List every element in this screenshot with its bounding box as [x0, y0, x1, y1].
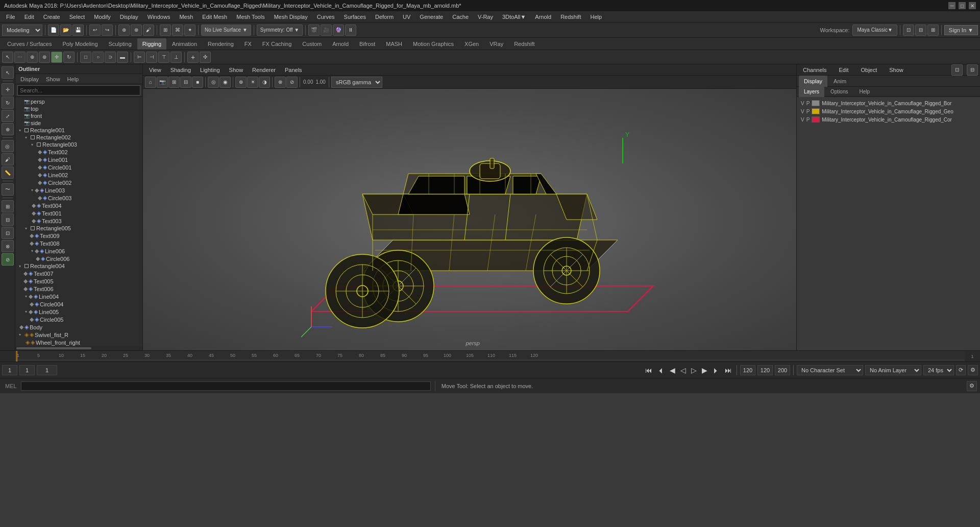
tab-rigging[interactable]: Rigging: [137, 38, 166, 50]
list-item[interactable]: ◆ ◈ Circle006: [15, 255, 142, 262]
lasso-btn[interactable]: ⊗: [131, 25, 142, 36]
soft-select-tool[interactable]: ⊛: [39, 52, 50, 63]
outliner-show-menu[interactable]: Show: [43, 76, 63, 83]
end-frame3-field[interactable]: 200: [775, 365, 790, 375]
tab-poly-modeling[interactable]: Poly Modeling: [57, 38, 103, 50]
undo-btn[interactable]: ↩: [89, 25, 101, 36]
layer-color-swatch[interactable]: [812, 108, 820, 114]
layer-p[interactable]: P: [806, 117, 810, 123]
end-frame2-field[interactable]: 120: [757, 365, 773, 375]
list-item[interactable]: ▾ Rectangle002: [15, 134, 142, 141]
weight-tool[interactable]: ⊥: [170, 52, 182, 63]
custom-btn[interactable]: ✣: [200, 52, 211, 63]
menu-cache[interactable]: Cache: [448, 13, 473, 21]
node-editor-btn[interactable]: ⊗: [2, 240, 14, 252]
tab-options[interactable]: Options: [825, 86, 853, 98]
list-item[interactable]: ◆ ◈ Circle002: [15, 179, 142, 186]
rotate-palette-btn[interactable]: ↻: [2, 97, 14, 109]
tab-help[interactable]: Help: [854, 86, 875, 98]
transport-back-btn[interactable]: ◀: [668, 366, 677, 374]
vp-texture-btn[interactable]: ⊕: [235, 77, 247, 88]
menu-generate[interactable]: Generate: [415, 13, 447, 21]
fps-dropdown[interactable]: 24 fps: [923, 365, 954, 375]
tab-bifrost[interactable]: Bifrost: [354, 38, 380, 50]
poly-cube[interactable]: □: [80, 52, 91, 63]
transport-play-back-btn[interactable]: ◁: [679, 366, 688, 374]
move-tool[interactable]: ✛: [51, 52, 62, 63]
list-item[interactable]: ◆ ◈ Line002: [15, 171, 142, 179]
menu-edit[interactable]: Edit: [20, 13, 38, 21]
render-view-btn[interactable]: ⊟: [2, 213, 14, 226]
mode-dropdown[interactable]: Modeling Rigging Animation: [2, 25, 42, 36]
rp-float-btn[interactable]: ⊡: [951, 64, 963, 76]
tab-rendering[interactable]: Rendering: [203, 38, 239, 50]
frame-indicator-field[interactable]: 1: [37, 365, 57, 375]
list-item[interactable]: ◆ ◈ Circle001: [15, 163, 142, 171]
select-tool[interactable]: ↖: [2, 52, 13, 63]
menu-select[interactable]: Select: [65, 13, 89, 21]
plus-btn[interactable]: +: [187, 52, 199, 63]
transport-play-btn[interactable]: ▷: [690, 366, 698, 374]
outliner-scrollbar-h[interactable]: [15, 346, 142, 350]
menu-create[interactable]: Create: [39, 13, 64, 21]
start-frame-field[interactable]: 1: [2, 365, 17, 375]
symmetry-btn[interactable]: Symmetry: Off ▼: [257, 25, 303, 36]
viewport-renderer-menu[interactable]: Renderer: [248, 66, 280, 74]
select-palette-btn[interactable]: ↖: [2, 66, 14, 79]
scale-palette-btn[interactable]: ⤢: [2, 110, 14, 122]
tab-arnold[interactable]: Arnold: [327, 38, 354, 50]
select-btn[interactable]: ⊕: [118, 25, 130, 36]
minimize-button[interactable]: ─: [948, 2, 955, 9]
transport-step-fwd-btn[interactable]: ⏵: [711, 366, 721, 374]
menu-edit-mesh[interactable]: Edit Mesh: [198, 13, 231, 21]
snap-point-btn[interactable]: ✦: [184, 25, 195, 36]
autokey-btn[interactable]: ⟳: [956, 365, 966, 375]
list-item[interactable]: ◆ ◈ Text003: [15, 217, 142, 225]
bottom-script-btn[interactable]: ⚙: [967, 381, 977, 391]
tab-anim[interactable]: Anim: [828, 76, 851, 87]
vp-shadow-btn[interactable]: ◑: [259, 77, 270, 88]
paint-select-tool[interactable]: ⊕: [27, 52, 38, 63]
tab-vray[interactable]: VRay: [484, 38, 508, 50]
tab-fx-caching[interactable]: FX Caching: [257, 38, 297, 50]
menu-3dtoall[interactable]: 3DtoAll▼: [498, 13, 530, 21]
menu-redshift[interactable]: Redshift: [556, 13, 585, 21]
snap-curve-btn[interactable]: ⌘: [172, 25, 183, 36]
vp-solid-btn[interactable]: ■: [192, 77, 203, 88]
anim-pref-btn[interactable]: ⚙: [968, 365, 978, 375]
list-item[interactable]: ◆ ◈ Circle003: [15, 194, 142, 202]
workspace-dropdown[interactable]: Maya Classic▼: [852, 25, 897, 36]
list-item[interactable]: ◈ ◈ Wheel_front_right: [15, 339, 142, 346]
tab-fx[interactable]: FX: [239, 38, 257, 50]
list-item[interactable]: ◆ ◈ Text002: [15, 148, 142, 156]
new-scene-btn[interactable]: 📄: [48, 25, 59, 36]
list-item[interactable]: 📷 side: [15, 119, 142, 127]
channels-btn[interactable]: Channels: [799, 66, 830, 74]
list-item[interactable]: ◆ ◈ Text009: [15, 232, 142, 239]
camera2-btn[interactable]: 🎥: [321, 25, 332, 36]
menu-mesh-display[interactable]: Mesh Display: [270, 13, 312, 21]
menu-arnold[interactable]: Arnold: [531, 13, 555, 21]
viewport-canvas[interactable]: Y persp: [143, 89, 796, 350]
transport-play-fwd-btn[interactable]: ▶: [700, 366, 709, 374]
vp-wireframe-btn[interactable]: ⊟: [180, 77, 191, 88]
poly-sphere[interactable]: ○: [92, 52, 104, 63]
paint-btn[interactable]: 🖌: [143, 25, 154, 36]
viewport-lighting-menu[interactable]: Lighting: [196, 66, 224, 74]
list-item[interactable]: ▾ Rectangle005: [15, 225, 142, 232]
list-item[interactable]: 📷 front: [15, 112, 142, 119]
layer-p[interactable]: P: [806, 101, 810, 106]
list-item[interactable]: ◆ ◈ Body: [15, 323, 142, 331]
menu-mesh-tools[interactable]: Mesh Tools: [232, 13, 268, 21]
open-btn[interactable]: 📂: [60, 25, 71, 36]
list-item[interactable]: ◆ ◈ Line001: [15, 156, 142, 163]
vp-cam-btn[interactable]: 📷: [157, 77, 168, 88]
mel-input[interactable]: [21, 381, 431, 391]
render-settings-btn[interactable]: ⊞: [2, 200, 14, 212]
list-item[interactable]: ◆ ◈ Text008: [15, 239, 142, 247]
transport-end-btn[interactable]: ⏭: [723, 366, 733, 374]
list-item[interactable]: ◆ ◈ Text006: [15, 285, 142, 293]
menu-deform[interactable]: Deform: [371, 13, 398, 21]
ik-tool[interactable]: ⊣: [146, 52, 157, 63]
redo-btn[interactable]: ↪: [102, 25, 113, 36]
